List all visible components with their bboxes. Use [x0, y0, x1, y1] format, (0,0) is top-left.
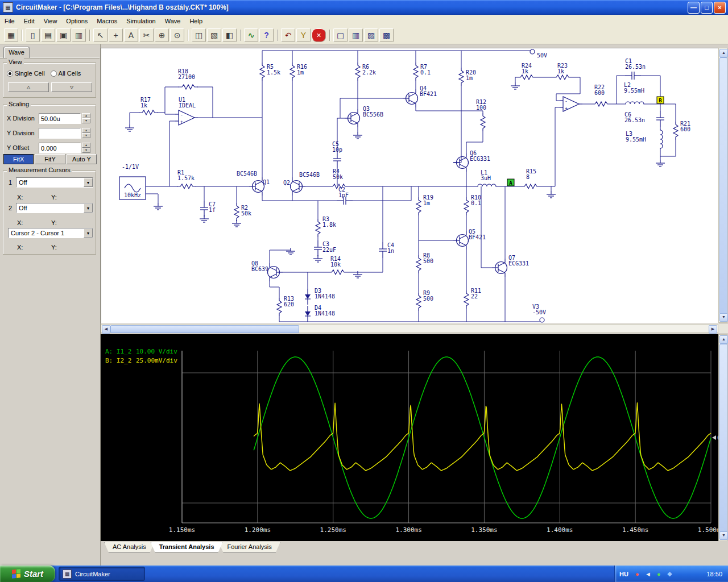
simulation-run-icon[interactable]: ∿ [244, 28, 258, 42]
tray-network-icon[interactable]: ● [655, 569, 663, 578]
print-icon[interactable]: ▥ [72, 28, 86, 42]
component-r14[interactable]: R1410k [328, 256, 348, 275]
zoom-in-icon[interactable]: ⊕ [155, 28, 169, 42]
component-q4[interactable]: Q4BF421 [403, 85, 437, 107]
component-r4[interactable]: R450k [329, 168, 349, 189]
radio-single-cell[interactable]: Single Cell [7, 70, 45, 77]
component-gnd[interactable] [656, 160, 665, 167]
schematic-vscrollbar[interactable]: ▲ ▼ [718, 48, 727, 323]
component-10khz[interactable]: 10kHz [124, 192, 141, 198]
task-circuitmaker[interactable]: ▦CircuitMaker [59, 567, 145, 581]
stop-icon[interactable]: × [312, 28, 326, 42]
spin-up-icon[interactable]: ▴ [82, 143, 90, 148]
button-auto-y[interactable]: Auto Y [67, 154, 97, 164]
add-part-icon[interactable]: + [109, 28, 123, 42]
x-division-spinner[interactable]: ▴▾ [82, 113, 90, 124]
component-d3[interactable]: D31N4148 [305, 288, 335, 305]
component-q3[interactable]: Q3BC556B [345, 106, 383, 127]
probe-tool-icon[interactable]: Y [296, 28, 311, 42]
y-offset-spinner[interactable]: ▴▾ [82, 143, 90, 153]
spin-down-icon[interactable]: ▾ [82, 148, 90, 153]
spin-down-icon[interactable]: ▾ [82, 133, 90, 138]
radio-all-cells[interactable]: All Cells [51, 70, 81, 77]
component-r6[interactable]: R62.2k [355, 63, 376, 81]
component-c7[interactable]: C71f [200, 201, 216, 217]
save-icon[interactable]: ▣ [56, 28, 71, 42]
component-50v[interactable]: 50V [530, 49, 547, 59]
cursor1-select[interactable]: Off ▼ [16, 177, 93, 188]
scroll-down-icon[interactable]: ▼ [719, 531, 728, 540]
component-r16[interactable]: R161m [290, 63, 307, 81]
component-r5[interactable]: R51.5k [260, 63, 280, 81]
cell-down-button[interactable]: ▽ [51, 82, 92, 92]
maximize-button[interactable]: □ [701, 2, 713, 14]
close-button[interactable]: × [714, 2, 726, 14]
component-r1[interactable]: R11.57k [177, 169, 196, 189]
split-window-icon[interactable]: ◧ [222, 28, 237, 42]
menu-simulation[interactable]: Simulation [122, 16, 160, 26]
menu-wave[interactable]: Wave [160, 16, 185, 26]
menu-edit[interactable]: Edit [19, 16, 39, 26]
tab-wave[interactable]: Wave [3, 47, 30, 58]
scroll-right-icon[interactable]: ▶ [709, 325, 717, 334]
menu-help[interactable]: Help [185, 16, 207, 26]
component-opamp[interactable]: -+ [175, 110, 198, 125]
search-part-icon[interactable]: ◫ [192, 28, 206, 42]
waveform-window-icon[interactable]: ▥ [349, 28, 363, 42]
wf-vscroll-thumb[interactable] [719, 344, 727, 533]
component-c4[interactable]: C41n [379, 242, 394, 258]
component-c3[interactable]: C322uF [314, 240, 336, 256]
component-gnd[interactable] [232, 220, 241, 227]
component-r8[interactable]: R8500 [416, 252, 433, 273]
scroll-down-icon[interactable]: ▼ [719, 313, 728, 322]
arrow-tool-icon[interactable]: ↖ [93, 28, 107, 42]
tray-display-icon[interactable]: ◆ [665, 569, 674, 578]
start-button[interactable]: Start [0, 566, 55, 582]
component-gnd[interactable] [313, 255, 322, 262]
component-u1[interactable]: U1IDEAL [179, 97, 196, 109]
waveform-area[interactable]: 1.150ms1.200ms1.250ms1.300ms1.350ms1.400… [101, 334, 718, 541]
component-r10[interactable]: R100.1 [464, 194, 481, 215]
button-fitx[interactable]: FitX [3, 154, 34, 164]
open-file-icon[interactable]: ▤ [41, 28, 55, 42]
component-opamp[interactable]: -+ [560, 97, 582, 111]
component-bc546b[interactable]: BC546B [299, 172, 320, 178]
reset-icon[interactable]: ↶ [281, 28, 295, 42]
component-gnd[interactable] [125, 124, 134, 131]
spin-up-icon[interactable]: ▴ [82, 113, 90, 118]
component-l2[interactable]: L29.55mH [624, 82, 644, 104]
component-r7[interactable]: R70.1 [413, 63, 431, 81]
menu-options[interactable]: Options [61, 16, 92, 26]
cursor2-select[interactable]: Off ▼ [16, 203, 93, 213]
schematic-area[interactable]: 50VR51.5kR161mR62.2kR70.1R201mQ4BF421Q3B… [101, 48, 719, 323]
scroll-left-icon[interactable]: ◀ [102, 325, 110, 334]
component-r19[interactable]: R191m [416, 194, 433, 215]
component-r17[interactable]: R171k [139, 97, 158, 115]
component-r23[interactable]: R231k [553, 63, 572, 80]
tray-shield-icon[interactable]: ● [633, 569, 642, 578]
component-q1[interactable]: Q1 [249, 177, 270, 196]
help-icon[interactable]: ? [259, 28, 274, 42]
scroll-up-icon[interactable]: ▲ [719, 49, 728, 57]
component-gnd[interactable] [154, 203, 163, 210]
component-c1[interactable]: C126.53n [625, 58, 646, 80]
component-b[interactable]: B [657, 97, 664, 103]
new-file-icon[interactable]: ▯ [26, 28, 40, 42]
component-r11[interactable]: R1122 [464, 288, 481, 309]
trace-window-icon[interactable]: ▩ [379, 28, 394, 42]
menu-macros[interactable]: Macros [92, 16, 122, 26]
component-term[interactable] [540, 318, 544, 322]
component-c6[interactable]: C626.53n [624, 111, 664, 127]
component-d4[interactable]: D41N4148 [305, 305, 335, 322]
menu-file[interactable]: File [0, 16, 19, 26]
component-c5[interactable]: C510p [332, 141, 342, 168]
schematic-svg[interactable]: 50VR51.5kR161mR62.2kR70.1R201mQ4BF421Q3B… [101, 48, 719, 323]
component-r22[interactable]: R22600 [592, 84, 611, 106]
hscroll-thumb[interactable] [110, 325, 299, 333]
tab-transient-analysis[interactable]: Transient Analysis [151, 542, 223, 552]
component-gnd[interactable] [200, 215, 209, 222]
waveform-vscrollbar[interactable]: ▲ ▼ [718, 334, 727, 541]
component-a[interactable]: A [507, 179, 514, 186]
logic-display-icon[interactable]: ▨ [364, 28, 378, 42]
component-r15[interactable]: R158 [521, 168, 540, 189]
